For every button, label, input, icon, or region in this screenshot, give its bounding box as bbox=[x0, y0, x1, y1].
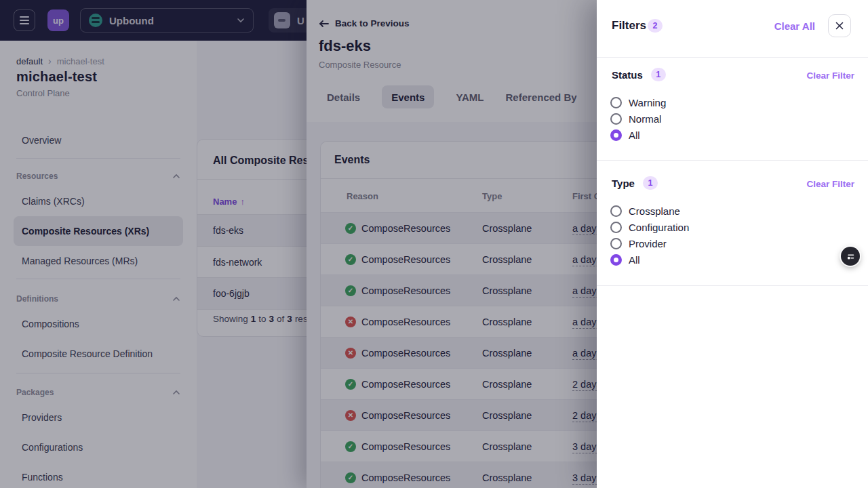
filter-section-status-title: Status 1 bbox=[612, 68, 666, 81]
clear-type-filter-button[interactable]: Clear Filter bbox=[806, 179, 854, 189]
radio-provider[interactable] bbox=[610, 238, 622, 249]
filters-panel: Filters 2 Clear All Status 1 Clear Filte… bbox=[597, 0, 868, 488]
radio-label: All bbox=[629, 254, 640, 266]
filters-title: Filters bbox=[612, 19, 646, 33]
filters-header: Filters 2 Clear All bbox=[597, 0, 868, 57]
modal-dim-overlay[interactable] bbox=[0, 0, 597, 488]
close-button[interactable] bbox=[828, 14, 851, 37]
type-count-badge: 1 bbox=[643, 176, 658, 190]
clear-status-filter-button[interactable]: Clear Filter bbox=[806, 70, 854, 81]
divider bbox=[597, 285, 868, 286]
app-root: up Upbound U default › michael-test mich… bbox=[0, 0, 868, 488]
radio-label: All bbox=[629, 129, 640, 141]
filters-count-badge: 2 bbox=[648, 19, 663, 33]
radio-option-crossplane[interactable]: Crossplane bbox=[610, 203, 680, 219]
radio-normal[interactable] bbox=[610, 113, 622, 125]
clear-all-button[interactable]: Clear All bbox=[774, 20, 815, 32]
radio-option-all-type[interactable]: All bbox=[610, 251, 640, 268]
filter-sliders-icon bbox=[844, 250, 856, 262]
divider bbox=[597, 57, 868, 58]
close-icon bbox=[835, 22, 844, 30]
radio-option-all-status[interactable]: All bbox=[610, 127, 640, 143]
radio-all-status[interactable] bbox=[610, 129, 622, 141]
radio-label: Warning bbox=[629, 97, 666, 108]
radio-label: Crossplane bbox=[629, 205, 680, 217]
status-count-badge: 1 bbox=[651, 68, 666, 81]
divider bbox=[597, 160, 868, 161]
radio-option-normal[interactable]: Normal bbox=[610, 110, 661, 127]
radio-label: Configuration bbox=[629, 222, 689, 233]
radio-configuration[interactable] bbox=[610, 222, 622, 233]
filters-toggle-fab[interactable] bbox=[841, 247, 860, 266]
radio-option-configuration[interactable]: Configuration bbox=[610, 219, 689, 235]
radio-option-provider[interactable]: Provider bbox=[610, 235, 667, 251]
radio-warning[interactable] bbox=[610, 97, 622, 108]
filter-section-type-title: Type 1 bbox=[612, 176, 658, 190]
radio-all-type[interactable] bbox=[610, 254, 622, 266]
radio-label: Provider bbox=[629, 238, 667, 249]
radio-label: Normal bbox=[629, 113, 661, 125]
radio-option-warning[interactable]: Warning bbox=[610, 94, 666, 110]
radio-crossplane[interactable] bbox=[610, 205, 622, 217]
